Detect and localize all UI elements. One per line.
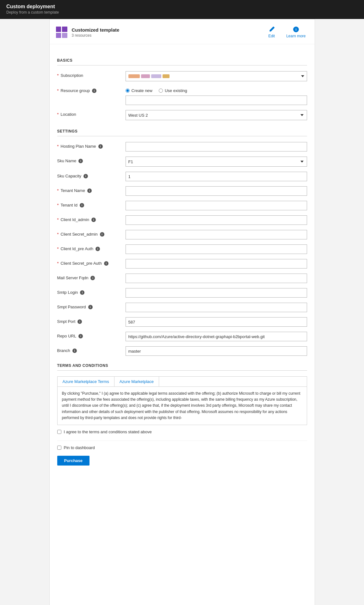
learn-more-label: Learn more	[286, 34, 305, 38]
mail-server-fqdn-input[interactable]	[126, 274, 307, 283]
smtp-login-info-icon[interactable]: i	[80, 290, 84, 295]
resource-group-row: * Resource group i Create new Use existi…	[57, 86, 307, 105]
icon-sq-4	[62, 33, 67, 38]
sku-capacity-info-icon[interactable]: i	[83, 174, 88, 178]
repo-url-control	[126, 332, 307, 341]
branch-control	[126, 346, 307, 356]
smtp-port-label: Smpt Port i	[57, 317, 120, 324]
hosting-plan-name-row: * Hosting Plan Name i	[57, 142, 307, 151]
tenant-id-info-icon[interactable]: i	[80, 203, 84, 207]
repo-url-row: Repo URL i	[57, 332, 307, 341]
learn-more-button[interactable]: i Learn more	[284, 25, 308, 40]
basics-section-title: BASICS	[57, 58, 307, 63]
resource-group-input-wrap	[126, 96, 307, 105]
terms-content: By clicking "Purchase," I (a) agree to t…	[58, 387, 307, 425]
create-new-radio-label[interactable]: Create new	[126, 88, 152, 93]
client-id-admin-row: * Client Id_admin i	[57, 215, 307, 225]
terms-text: By clicking "Purchase," I (a) agree to t…	[62, 391, 300, 420]
smtp-port-input[interactable]	[126, 317, 307, 327]
sku-name-select[interactable]: F1	[126, 157, 307, 167]
smtp-password-control	[126, 303, 307, 312]
sku-name-info-icon[interactable]: i	[78, 159, 83, 163]
info-circle-icon: i	[293, 26, 299, 33]
main-card: Customized template 3 resources Edit i L…	[49, 19, 315, 605]
sub-bar-3	[151, 74, 161, 78]
terms-tab-marketplace[interactable]: Azure Marketplace Terms	[58, 377, 114, 386]
sub-bar-1	[128, 74, 140, 78]
icon-sq-1	[56, 27, 61, 32]
terms-tabs: Azure Marketplace Terms Azure Marketplac…	[58, 377, 307, 387]
smtp-password-info-icon[interactable]: i	[88, 305, 93, 309]
client-id-admin-control	[126, 215, 307, 225]
sku-name-control: F1	[126, 157, 307, 167]
agree-checkbox[interactable]	[57, 430, 61, 434]
icon-sq-3	[56, 33, 61, 38]
purchase-button[interactable]: Purchase	[57, 456, 90, 466]
pin-label[interactable]: Pin to dashboard	[64, 445, 95, 450]
client-secret-pre-auth-label: * Client Secret_pre Auth i	[57, 259, 120, 266]
hosting-plan-name-input[interactable]	[126, 142, 307, 151]
mail-server-fqdn-info-icon[interactable]: i	[90, 276, 95, 280]
smtp-port-info-icon[interactable]: i	[77, 319, 82, 324]
location-select[interactable]: West US 2	[126, 110, 307, 120]
client-secret-admin-input[interactable]	[126, 230, 307, 239]
rg-info-icon[interactable]: i	[92, 89, 96, 93]
smtp-login-control	[126, 288, 307, 298]
branch-info-icon[interactable]: i	[72, 349, 77, 353]
client-secret-pre-auth-input[interactable]	[126, 259, 307, 269]
sku-capacity-row: Sku Capacity i	[57, 172, 307, 181]
create-new-radio[interactable]	[126, 89, 130, 93]
card-header: Customized template 3 resources Edit i L…	[50, 19, 315, 44]
smtp-password-input[interactable]	[126, 303, 307, 312]
branch-input[interactable]	[126, 346, 307, 356]
location-label: * Location	[57, 110, 120, 117]
card-header-left: Customized template 3 resources	[56, 27, 120, 38]
agree-label[interactable]: I agree to the terms and conditions stat…	[64, 429, 152, 434]
agree-row: I agree to the terms and conditions stat…	[57, 429, 307, 434]
client-id-admin-label: * Client Id_admin i	[57, 215, 120, 222]
tenant-name-input[interactable]	[126, 186, 307, 196]
subscription-row: * Subscription	[57, 71, 307, 81]
resource-group-control: Create new Use existing	[126, 86, 307, 105]
subscription-control	[126, 71, 307, 81]
location-required: *	[57, 112, 59, 117]
client-secret-pre-auth-control	[126, 259, 307, 269]
tenant-id-input[interactable]	[126, 201, 307, 210]
client-secret-pre-auth-info-icon[interactable]: i	[104, 261, 108, 266]
tenant-name-label: * Tenant Name i	[57, 186, 120, 193]
use-existing-radio[interactable]	[159, 89, 163, 93]
hosting-plan-name-label: * Hosting Plan Name i	[57, 142, 120, 149]
client-id-admin-info-icon[interactable]: i	[91, 218, 96, 222]
header-text: Customized template 3 resources	[72, 27, 120, 38]
tenant-name-row: * Tenant Name i	[57, 186, 307, 196]
repo-url-info-icon[interactable]: i	[78, 334, 83, 338]
template-icon	[56, 27, 67, 38]
tenant-name-info-icon[interactable]: i	[87, 188, 92, 193]
pin-checkbox[interactable]	[57, 446, 61, 450]
terms-box: Azure Marketplace Terms Azure Marketplac…	[57, 376, 307, 425]
settings-section-title: SETTINGS	[57, 129, 307, 133]
sub-bar-4	[163, 74, 170, 78]
hosting-plan-info-icon[interactable]: i	[98, 144, 103, 149]
terms-tab-azure-marketplace[interactable]: Azure Marketplace	[114, 377, 159, 386]
client-id-admin-input[interactable]	[126, 215, 307, 225]
client-id-pre-auth-input[interactable]	[126, 244, 307, 254]
client-id-admin-required: *	[57, 217, 59, 222]
client-secret-admin-label: * Client Secret_admin i	[57, 230, 120, 237]
settings-divider	[57, 136, 307, 136]
mail-server-fqdn-control	[126, 274, 307, 283]
smtp-password-label: Smpt Password i	[57, 303, 120, 309]
top-bar: Custom deployment Deploy from a custom t…	[0, 0, 364, 19]
repo-url-input[interactable]	[126, 332, 307, 341]
use-existing-radio-label[interactable]: Use existing	[159, 88, 187, 93]
client-secret-admin-info-icon[interactable]: i	[100, 232, 104, 237]
edit-button[interactable]: Edit	[266, 25, 277, 40]
svg-text:i: i	[295, 28, 296, 31]
smtp-login-input[interactable]	[126, 288, 307, 298]
resource-group-input[interactable]	[126, 96, 307, 105]
sku-capacity-input[interactable]	[126, 172, 307, 181]
dropdown-chevron-icon	[301, 75, 304, 77]
subscription-dropdown[interactable]	[126, 71, 307, 81]
client-id-pre-auth-info-icon[interactable]: i	[96, 247, 100, 251]
client-secret-admin-required: *	[57, 232, 59, 237]
